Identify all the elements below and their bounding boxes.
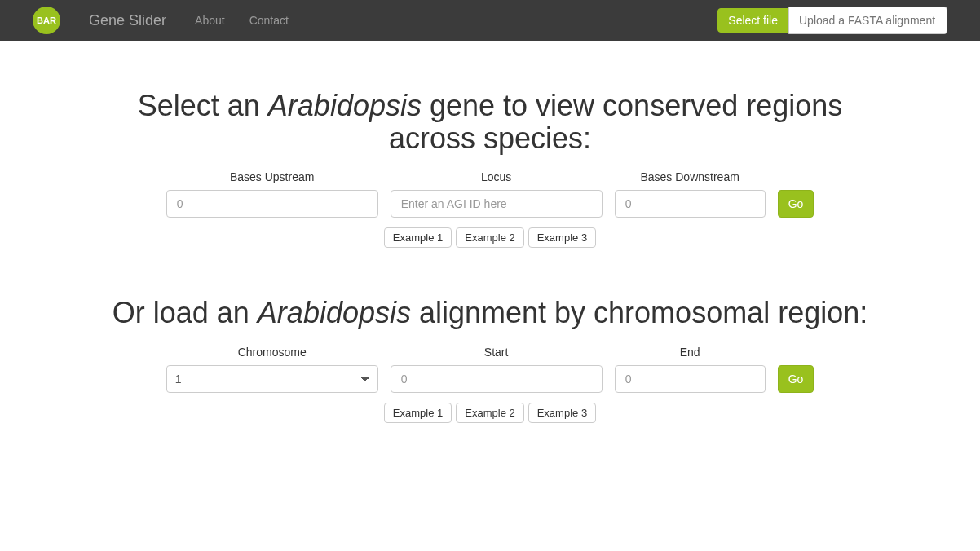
- title-italic: Arabidopsis: [268, 89, 422, 122]
- start-input[interactable]: [391, 365, 603, 393]
- title-text-2: gene to view conserved regions across sp…: [389, 89, 842, 155]
- upstream-input[interactable]: [166, 190, 378, 218]
- navbar-left: BAR Gene Slider About Contact: [12, 2, 301, 39]
- navbar: BAR Gene Slider About Contact Select fil…: [0, 0, 980, 41]
- chromosome-group: Chromosome 1: [166, 346, 378, 393]
- gene-examples-row: Example 1 Example 2 Example 3: [107, 227, 873, 248]
- region-form-row: Chromosome 1 Start End Go: [107, 346, 873, 393]
- gene-example-2-button[interactable]: Example 2: [456, 227, 523, 248]
- title2-italic: Arabidopsis: [258, 296, 411, 329]
- downstream-input[interactable]: [615, 190, 766, 218]
- title2-text-2: alignment by chromosomal region:: [411, 296, 867, 329]
- title-text: Select an: [138, 89, 268, 122]
- end-group: End: [615, 346, 766, 393]
- main-container: Select an Arabidopsis gene to view conse…: [95, 90, 885, 423]
- nav-contact[interactable]: Contact: [237, 2, 301, 39]
- nav-about[interactable]: About: [183, 2, 237, 39]
- gene-form-row: Bases Upstream Locus Bases Downstream Go: [107, 170, 873, 218]
- locus-group: Locus: [391, 170, 603, 218]
- region-go-button[interactable]: Go: [778, 365, 814, 393]
- title2-text: Or load an: [113, 296, 258, 329]
- chromosome-label: Chromosome: [238, 346, 307, 359]
- end-input[interactable]: [615, 365, 766, 393]
- gene-example-1-button[interactable]: Example 1: [384, 227, 452, 248]
- gene-go-button[interactable]: Go: [778, 190, 814, 218]
- region-example-2-button[interactable]: Example 2: [456, 403, 523, 423]
- upstream-label: Bases Upstream: [230, 170, 314, 183]
- start-group: Start: [391, 346, 603, 393]
- region-examples-row: Example 1 Example 2 Example 3: [107, 403, 873, 423]
- select-file-button[interactable]: Select file: [717, 8, 788, 33]
- end-label: End: [680, 346, 700, 359]
- upstream-group: Bases Upstream: [166, 170, 378, 218]
- logo-text: BAR: [37, 15, 56, 25]
- section1-title: Select an Arabidopsis gene to view conse…: [107, 90, 873, 154]
- chromosome-select[interactable]: 1: [166, 365, 378, 393]
- brand-link[interactable]: Gene Slider: [89, 12, 166, 29]
- upload-fasta-input[interactable]: [788, 7, 947, 34]
- locus-label: Locus: [481, 170, 511, 183]
- gene-example-3-button[interactable]: Example 3: [528, 227, 596, 248]
- region-example-3-button[interactable]: Example 3: [528, 403, 596, 423]
- region-example-1-button[interactable]: Example 1: [384, 403, 452, 423]
- start-label: Start: [484, 346, 509, 359]
- section2-title: Or load an Arabidopsis alignment by chro…: [107, 297, 873, 329]
- navbar-right: Select file: [717, 7, 947, 34]
- downstream-group: Bases Downstream: [615, 170, 766, 218]
- bar-logo[interactable]: BAR: [33, 7, 60, 34]
- downstream-label: Bases Downstream: [640, 170, 739, 183]
- locus-input[interactable]: [391, 190, 603, 218]
